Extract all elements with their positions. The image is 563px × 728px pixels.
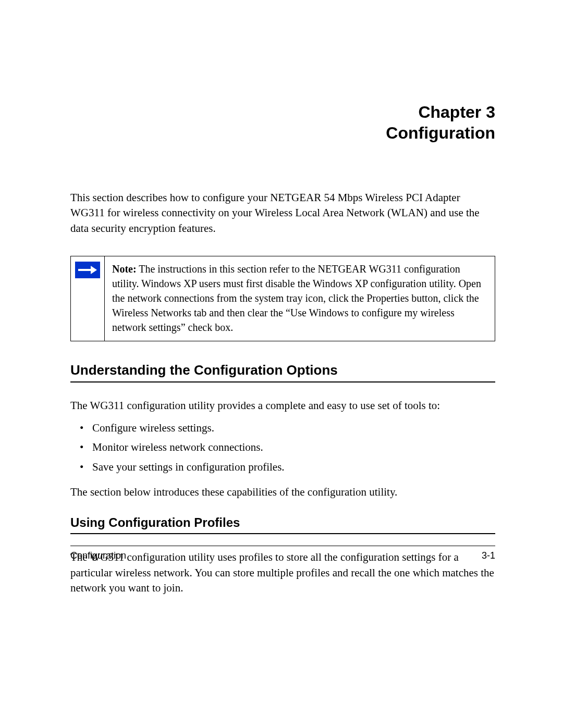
section-heading-profiles: Using Configuration Profiles	[70, 515, 495, 534]
footer-title: Configuration	[70, 550, 126, 561]
intro-paragraph: This section describes how to configure …	[70, 190, 495, 236]
arrow-right-icon	[75, 262, 100, 278]
chapter-number: Chapter 3	[70, 102, 495, 122]
note-body: The instructions in this section refer t…	[112, 263, 481, 333]
footer-page-number: 3-1	[482, 550, 495, 561]
note-callout: Note: The instructions in this section r…	[70, 256, 495, 341]
chapter-title: Chapter 3 Configuration	[70, 102, 495, 143]
note-text: Note: The instructions in this section r…	[105, 256, 495, 341]
section-heading-understanding: Understanding the Configuration Options	[70, 362, 495, 382]
bullet-list: Configure wireless settings. Monitor wir…	[70, 420, 495, 476]
document-page: Chapter 3 Configuration This section des…	[0, 0, 563, 596]
note-icon-cell	[71, 256, 105, 341]
note-label: Note:	[112, 263, 137, 275]
svg-marker-1	[91, 266, 97, 274]
section1-intro: The WG311 configuration utility provides…	[70, 398, 495, 413]
section1-outro: The section below introduces these capab…	[70, 485, 495, 500]
page-footer: Configuration 3-1	[70, 546, 495, 561]
list-item: Configure wireless settings.	[70, 420, 495, 437]
chapter-name: Configuration	[70, 122, 495, 143]
list-item: Save your settings in configuration prof…	[70, 459, 495, 476]
list-item: Monitor wireless network connections.	[70, 439, 495, 456]
